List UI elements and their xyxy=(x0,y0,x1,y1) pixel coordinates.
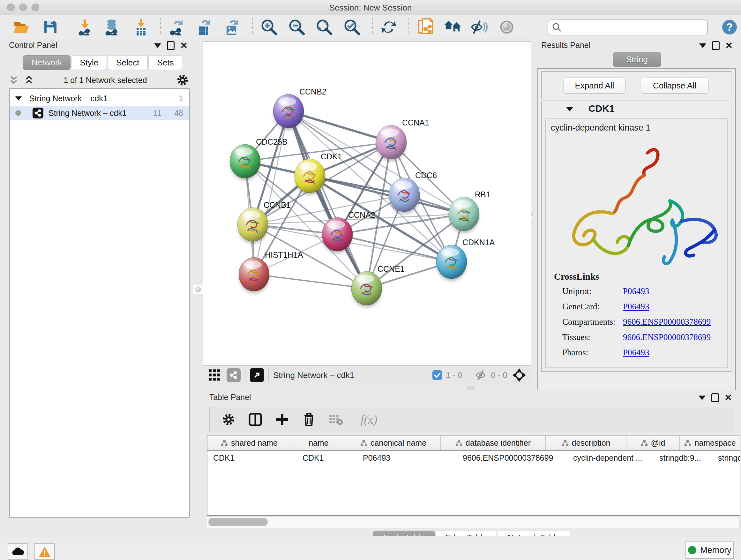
tab-style[interactable]: Style xyxy=(71,55,107,70)
network-node-CDKN1A[interactable]: CDKN1A xyxy=(436,238,495,281)
panel-float-icon[interactable] xyxy=(167,41,175,50)
cybrowser-houses-icon[interactable] xyxy=(444,19,462,36)
collapse-all-button[interactable]: Collapse All xyxy=(641,78,709,94)
network-selection-status: 1 of 1 Network selected xyxy=(35,76,176,85)
column-type-icon xyxy=(455,440,462,446)
save-session-icon[interactable] xyxy=(42,19,59,36)
export-table-icon[interactable] xyxy=(195,19,213,36)
table-cell[interactable]: CDK1 xyxy=(207,451,297,465)
import-table-icon[interactable] xyxy=(132,19,150,36)
zoom-selected-icon[interactable] xyxy=(343,19,361,36)
zoom-fit-icon[interactable] xyxy=(315,19,333,36)
network-node-HIST1H1A[interactable]: HIST1H1A xyxy=(239,250,303,294)
gear-icon[interactable] xyxy=(176,74,189,86)
table-settings-gear-icon[interactable] xyxy=(220,412,237,428)
crosslink-link[interactable]: P06493 xyxy=(623,287,650,296)
crosslink-link[interactable]: 9606.ENSP00000378699 xyxy=(623,317,711,327)
crosslink-link[interactable]: P06493 xyxy=(623,302,650,312)
column-header-shared-name[interactable]: shared name xyxy=(207,435,291,450)
cloud-button[interactable] xyxy=(8,543,28,560)
column-header-namespace[interactable]: namespace xyxy=(680,435,740,450)
table-horizontal-scrollbar[interactable] xyxy=(207,516,740,528)
zoom-out-icon[interactable] xyxy=(288,19,306,36)
import-network-file-icon[interactable] xyxy=(76,19,94,36)
bottom-splitter-handle[interactable] xyxy=(467,386,475,390)
hide-graphics-details-icon[interactable] xyxy=(470,19,488,36)
refresh-icon[interactable] xyxy=(380,19,398,36)
network-list-header: 1 of 1 Network selected xyxy=(8,73,189,87)
cloud-icon xyxy=(11,547,24,557)
network-row[interactable]: String Network – cdk1 11 48 xyxy=(10,106,189,120)
birdseye-crosshair-icon[interactable] xyxy=(512,368,527,382)
table-cell[interactable]: P06493 xyxy=(357,451,457,465)
hidden-eye-icon[interactable] xyxy=(475,370,488,381)
warning-button[interactable] xyxy=(35,543,55,560)
network-node-CCNB1[interactable]: CCNB1 xyxy=(238,200,291,244)
search-input[interactable] xyxy=(564,21,707,34)
left-splitter-handle[interactable] xyxy=(193,284,203,294)
column-header--id[interactable]: @id xyxy=(626,435,680,450)
tab-select[interactable]: Select xyxy=(108,55,148,70)
crosslink-link[interactable]: 9606.ENSP00000378699 xyxy=(623,332,711,342)
network-canvas[interactable]: CCNB2CCNA1CDC25BCDK1CDC6RB1CCNB1CCNA2CDK… xyxy=(203,42,531,366)
column-header-name[interactable]: name xyxy=(291,435,346,450)
level-of-detail-icon[interactable] xyxy=(498,19,516,36)
table-cell[interactable]: stringdb:9... xyxy=(654,451,712,465)
network-node-CDC6[interactable]: CDC6 xyxy=(389,171,437,214)
zoom-in-icon[interactable] xyxy=(260,19,278,36)
panel-close-icon[interactable]: ✕ xyxy=(725,42,733,49)
import-network-database-icon[interactable] xyxy=(103,19,121,36)
table-row[interactable]: CDK1CDK1P064939606.ENSP00000378699cyclin… xyxy=(207,451,740,465)
entry-collapse-icon[interactable] xyxy=(566,107,573,111)
grid-view-icon[interactable] xyxy=(208,369,221,381)
export-network-icon[interactable] xyxy=(168,19,186,36)
tab-network[interactable]: Network xyxy=(23,55,71,70)
selected-checkbox-icon[interactable] xyxy=(432,370,443,381)
delete-table-icon[interactable] xyxy=(328,412,344,428)
export-image-icon[interactable] xyxy=(223,19,241,36)
share-to-web-icon[interactable] xyxy=(417,19,434,36)
panel-float-icon[interactable] xyxy=(712,41,720,50)
table-cell[interactable]: 9606.ENSP00000378699 xyxy=(457,451,567,465)
network-status-dot xyxy=(15,110,21,116)
table-cell[interactable]: stringdb xyxy=(712,451,740,465)
add-column-icon[interactable] xyxy=(274,412,290,428)
panel-float-icon[interactable] xyxy=(711,393,719,402)
table-cell[interactable]: cyclin-dependent ... xyxy=(567,451,654,465)
crosslink-link[interactable]: P06493 xyxy=(623,348,650,358)
panel-menu-icon[interactable] xyxy=(154,44,161,48)
panel-close-icon[interactable]: ✕ xyxy=(180,42,188,49)
table-cell[interactable]: CDK1 xyxy=(297,451,357,465)
network-node-CCNB2[interactable]: CCNB2 xyxy=(273,87,327,130)
network-collection-row[interactable]: String Network – cdk1 1 xyxy=(10,91,189,106)
expand-all-button[interactable]: Expand All xyxy=(563,78,625,94)
column-header-canonical-name[interactable]: canonical name xyxy=(346,435,441,450)
column-header-description[interactable]: description xyxy=(546,435,626,450)
network-node-CDK1[interactable]: CDK1 xyxy=(294,152,342,195)
function-builder-icon[interactable]: f(x) xyxy=(354,412,383,428)
crosslink-label: Tissues: xyxy=(562,332,623,342)
panel-menu-icon[interactable] xyxy=(699,44,706,48)
panel-menu-icon[interactable] xyxy=(698,395,705,400)
string-view-icon[interactable] xyxy=(226,368,241,382)
memory-button[interactable]: Memory xyxy=(685,542,734,559)
scrollbar-thumb[interactable] xyxy=(208,518,268,526)
column-header-label: description xyxy=(572,438,610,448)
panel-close-icon[interactable]: ✕ xyxy=(725,394,732,401)
detach-view-icon[interactable] xyxy=(250,368,264,382)
network-node-RB1[interactable]: RB1 xyxy=(449,190,490,233)
expand-all-icon[interactable] xyxy=(23,75,35,85)
node-label-CCNB1: CCNB1 xyxy=(264,200,291,209)
status-bar: Memory xyxy=(0,536,741,560)
select-columns-icon[interactable] xyxy=(247,412,263,428)
tree-expand-icon[interactable] xyxy=(15,97,22,101)
open-session-icon[interactable] xyxy=(13,19,30,36)
tab-sets[interactable]: Sets xyxy=(148,55,182,70)
collapse-all-icon[interactable] xyxy=(8,75,19,85)
column-header-database-identifier[interactable]: database identifier xyxy=(441,435,546,450)
delete-column-icon[interactable] xyxy=(301,412,317,428)
tab-string[interactable]: String xyxy=(613,52,661,67)
crosslink-row: Pharos:P06493 xyxy=(562,348,727,358)
help-icon[interactable]: ? xyxy=(721,19,738,36)
network-node-CCNA1[interactable]: CCNA1 xyxy=(376,118,429,161)
